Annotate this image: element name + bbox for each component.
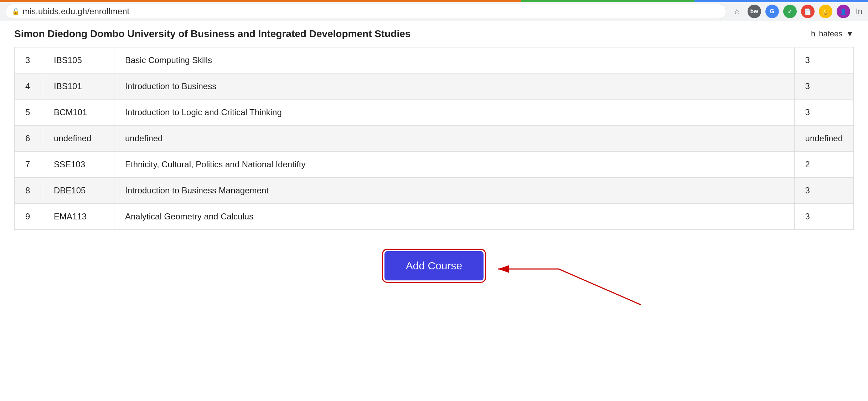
svg-line-2	[559, 269, 641, 305]
page-header: Simon Diedong Dombo University of Busine…	[0, 21, 868, 47]
table-row: 6 undefined undefined undefined	[15, 126, 854, 152]
table-row: 3 IBS105 Basic Computing Skills 3	[15, 47, 854, 73]
courses-table: 3 IBS105 Basic Computing Skills 3 4 IBS1…	[14, 47, 854, 230]
lock-icon: 🔒	[12, 7, 20, 15]
add-course-button[interactable]: Add Course	[384, 251, 484, 280]
row-num: 5	[15, 100, 43, 126]
user-info[interactable]: h hafees ▼	[811, 29, 854, 39]
course-code: BCM101	[43, 100, 114, 126]
course-code: IBS101	[43, 73, 114, 100]
in-label: In	[856, 7, 862, 16]
row-num: 8	[15, 178, 43, 204]
ext-doc-icon[interactable]: 📄	[801, 5, 815, 18]
course-name: undefined	[114, 126, 795, 152]
course-name: Basic Computing Skills	[114, 47, 795, 73]
table-row: 9 EMA113 Analytical Geometry and Calculu…	[15, 204, 854, 230]
course-credits: 3	[794, 100, 853, 126]
ext-face-icon[interactable]: 👤	[837, 5, 850, 18]
row-num: 7	[15, 152, 43, 178]
course-name: Ethnicity, Cultural, Politics and Nation…	[114, 152, 795, 178]
browser-address-bar: 🔒 mis.ubids.edu.gh/enrollment ☆ bw G ✓ 📄…	[0, 2, 868, 21]
course-code: EMA113	[43, 204, 114, 230]
course-credits: 3	[794, 73, 853, 100]
ext-check-icon[interactable]: ✓	[783, 5, 797, 18]
course-name: Introduction to Business	[114, 73, 795, 100]
row-num: 9	[15, 204, 43, 230]
course-credits: 2	[794, 152, 853, 178]
course-name: Introduction to Logic and Critical Think…	[114, 100, 795, 126]
table-row: 5 BCM101 Introduction to Logic and Criti…	[15, 100, 854, 126]
table-row: 4 IBS101 Introduction to Business 3	[15, 73, 854, 100]
ext-bw-icon[interactable]: bw	[748, 5, 761, 18]
ext-g-icon[interactable]: G	[765, 5, 779, 18]
table-container: 3 IBS105 Basic Computing Skills 3 4 IBS1…	[0, 47, 868, 230]
ext-bell-icon[interactable]: 🔔	[819, 5, 832, 18]
browser-chrome: 🔒 mis.ubids.edu.gh/enrollment ☆ bw G ✓ 📄…	[0, 0, 868, 21]
table-row: 7 SSE103 Ethnicity, Cultural, Politics a…	[15, 152, 854, 178]
course-credits: 3	[794, 204, 853, 230]
course-name: Analytical Geometry and Calculus	[114, 204, 795, 230]
row-num: 3	[15, 47, 43, 73]
username: hafees	[819, 29, 842, 39]
star-icon[interactable]: ☆	[730, 5, 743, 18]
course-code: SSE103	[43, 152, 114, 178]
user-initial: h	[811, 29, 815, 39]
user-dropdown-icon[interactable]: ▼	[846, 29, 854, 39]
course-name: Introduction to Business Management	[114, 178, 795, 204]
course-code: IBS105	[43, 47, 114, 73]
row-num: 4	[15, 73, 43, 100]
course-credits: undefined	[794, 126, 853, 152]
address-bar[interactable]: 🔒 mis.ubids.edu.gh/enrollment	[6, 4, 726, 19]
course-code: undefined	[43, 126, 114, 152]
course-credits: 3	[794, 47, 853, 73]
button-area: Add Course	[0, 251, 868, 280]
course-credits: 3	[794, 178, 853, 204]
course-code: DBE105	[43, 178, 114, 204]
url-text: mis.ubids.edu.gh/enrollment	[22, 6, 129, 16]
page-title: Simon Diedong Dombo University of Busine…	[14, 28, 410, 40]
row-num: 6	[15, 126, 43, 152]
table-row: 8 DBE105 Introduction to Business Manage…	[15, 178, 854, 204]
